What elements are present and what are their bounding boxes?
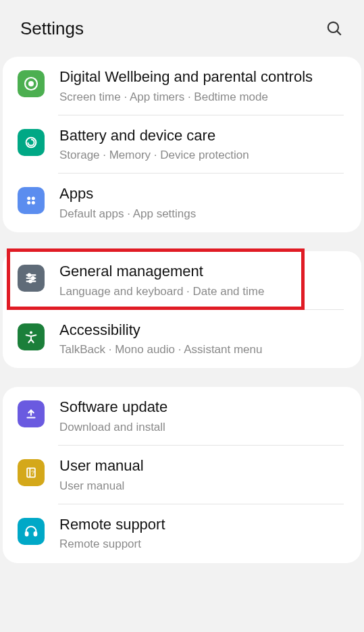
settings-item-digital-wellbeing[interactable]: Digital Wellbeing and parental controls … [3, 57, 361, 115]
item-title: Accessibility [59, 321, 350, 340]
svg-point-8 [32, 201, 35, 205]
sliders-icon [18, 265, 45, 292]
update-icon [18, 400, 45, 427]
settings-item-general-management[interactable]: General management Language and keyboard… [3, 251, 361, 310]
settings-item-user-manual[interactable]: ? User manual User manual [3, 446, 361, 504]
svg-rect-20 [34, 532, 37, 536]
search-icon [326, 20, 343, 37]
item-title: Digital Wellbeing and parental controls [59, 68, 350, 87]
item-title: General management [59, 262, 350, 282]
item-subtitle: Default apps · App settings [59, 207, 350, 221]
svg-point-7 [27, 201, 30, 205]
settings-item-accessibility[interactable]: Accessibility TalkBack · Mono audio · As… [3, 310, 361, 369]
item-text: Remote support Remote support [59, 515, 350, 552]
settings-header: Settings [0, 0, 364, 57]
item-subtitle: User manual [59, 479, 350, 494]
settings-item-battery-device-care[interactable]: Battery and device care Storage · Memory… [3, 115, 361, 174]
svg-line-1 [337, 31, 341, 35]
device-care-icon [18, 129, 45, 156]
svg-point-5 [27, 197, 30, 201]
settings-item-remote-support[interactable]: Remote support Remote support [3, 504, 361, 563]
item-subtitle: Download and install [59, 420, 350, 435]
settings-group-3: Software update Download and install ? U… [3, 387, 361, 562]
item-text: User manual User manual [59, 456, 350, 494]
item-text: General management Language and keyboard… [59, 262, 350, 299]
item-subtitle: Screen time · App timers · Bedtime mode [59, 90, 350, 105]
item-text: Software update Download and install [59, 398, 350, 435]
item-title: Remote support [59, 515, 350, 535]
settings-group-2: General management Language and keyboard… [3, 251, 361, 368]
item-title: Apps [59, 184, 350, 204]
item-subtitle: Remote support [59, 537, 350, 552]
svg-point-15 [30, 331, 32, 334]
item-text: Accessibility TalkBack · Mono audio · As… [59, 321, 350, 358]
svg-point-10 [28, 274, 30, 277]
svg-point-3 [28, 81, 34, 86]
item-text: Battery and device care Storage · Memory… [59, 126, 350, 163]
page-title: Settings [20, 18, 84, 39]
accessibility-icon [18, 323, 45, 350]
svg-point-6 [32, 197, 35, 201]
svg-point-14 [29, 280, 32, 283]
item-title: Battery and device care [59, 126, 350, 146]
item-text: Apps Default apps · App settings [59, 184, 350, 221]
item-subtitle: Language and keyboard · Date and time [59, 284, 350, 299]
item-subtitle: TalkBack · Mono audio · Assistant menu [59, 342, 350, 357]
item-title: User manual [59, 456, 350, 476]
settings-item-apps[interactable]: Apps Default apps · App settings [3, 174, 361, 232]
apps-grid-icon [18, 187, 45, 214]
settings-item-software-update[interactable]: Software update Download and install [3, 387, 361, 446]
heart-circle-icon [18, 70, 45, 97]
item-subtitle: Storage · Memory · Device protection [59, 148, 350, 163]
search-button[interactable] [323, 18, 345, 39]
manual-icon: ? [18, 459, 45, 486]
headset-icon [18, 518, 45, 545]
svg-rect-19 [26, 532, 28, 536]
settings-group-1: Digital Wellbeing and parental controls … [3, 57, 361, 232]
item-text: Digital Wellbeing and parental controls … [59, 68, 350, 105]
item-title: Software update [59, 398, 350, 417]
svg-point-12 [32, 277, 34, 280]
svg-point-0 [328, 22, 338, 32]
svg-text:?: ? [31, 469, 34, 476]
